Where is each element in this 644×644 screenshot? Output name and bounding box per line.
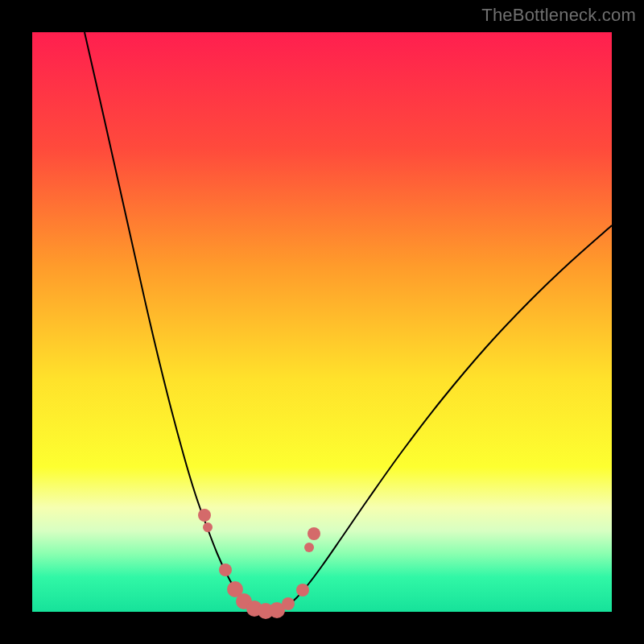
data-marker [308, 527, 320, 540]
chart-frame: TheBottleneck.com [0, 0, 644, 644]
data-marker [203, 522, 213, 532]
data-marker [296, 584, 309, 597]
watermark-text: TheBottleneck.com [481, 5, 636, 26]
data-marker [198, 509, 211, 522]
data-marker [282, 597, 295, 610]
data-marker [219, 564, 232, 576]
data-marker [304, 543, 314, 552]
gradient-background [32, 32, 612, 612]
chart-canvas [32, 32, 612, 612]
